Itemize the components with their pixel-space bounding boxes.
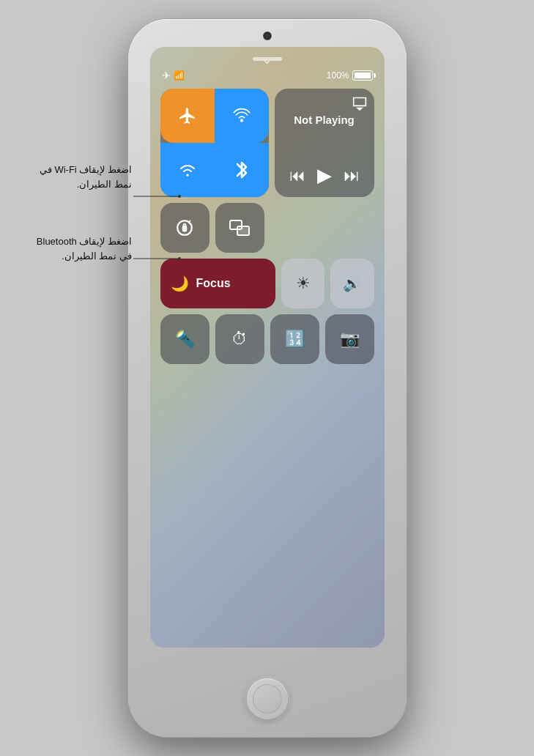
not-playing-label: Not Playing: [285, 114, 364, 126]
hotspot-icon: [232, 106, 251, 125]
camera-button[interactable]: 📷: [325, 314, 374, 364]
volume-button[interactable]: 🔊: [330, 259, 374, 308]
airplay-icon[interactable]: [352, 96, 367, 114]
empty-1: [270, 203, 319, 253]
screen: ✈ 📶 100%: [150, 47, 385, 648]
rewind-button[interactable]: ⏮: [289, 166, 305, 185]
forward-button[interactable]: ⏭: [344, 166, 360, 185]
control-center: ✈ 📶 100%: [150, 47, 385, 648]
connectivity-block: [160, 89, 269, 197]
focus-moon-icon: 🌙: [171, 275, 189, 292]
hotspot-button[interactable]: [215, 89, 269, 143]
svg-rect-6: [237, 226, 249, 235]
brightness-button[interactable]: ☀: [281, 259, 325, 308]
wifi-button[interactable]: [160, 143, 215, 197]
airplane-icon: [178, 106, 197, 125]
media-controls: ⏮ ▶ ⏭: [285, 164, 364, 187]
control-grid: Not Playing ⏮ ▶ ⏭: [150, 83, 385, 370]
timer-button[interactable]: ⏱: [215, 314, 264, 364]
timer-icon: ⏱: [231, 330, 248, 349]
battery-fill: [355, 73, 371, 78]
home-button-inner: [253, 684, 282, 714]
wifi-callout: اضغط لإيقاف Wi-Fi في نمط الطيران.: [26, 163, 132, 191]
front-camera: [264, 32, 271, 40]
wifi-callout-text: اضغط لإيقاف Wi-Fi في نمط الطيران.: [40, 164, 132, 190]
wifi-status-icon: 📶: [174, 70, 185, 81]
status-bar: ✈ 📶 100%: [150, 68, 385, 83]
airplay-svg: [352, 96, 367, 111]
bluetooth-callout: اضغط لإيقاف Bluetooth في نمط الطيران.: [26, 234, 132, 263]
battery-percentage: 100%: [327, 70, 349, 81]
row-1: Not Playing ⏮ ▶ ⏭: [160, 89, 374, 197]
bluetooth-icon: [234, 160, 249, 180]
chevron-handle[interactable]: [253, 57, 282, 61]
screen-mirror-button[interactable]: [215, 203, 264, 253]
play-button[interactable]: ▶: [317, 164, 332, 187]
status-right: 100%: [327, 70, 373, 81]
row-4: 🔦 ⏱ 🔢 📷: [160, 314, 374, 364]
calculator-button[interactable]: 🔢: [270, 314, 319, 364]
orientation-lock-icon: [175, 218, 194, 237]
bluetooth-callout-text: اضغط لإيقاف Bluetooth في نمط الطيران.: [37, 236, 132, 262]
brightness-icon: ☀: [296, 274, 311, 293]
focus-label: Focus: [196, 277, 231, 290]
media-block: Not Playing ⏮ ▶ ⏭: [275, 89, 374, 197]
phone-device: ✈ 📶 100%: [128, 19, 407, 737]
status-left: ✈ 📶: [162, 70, 185, 81]
row-2: [160, 203, 374, 253]
flashlight-icon: 🔦: [175, 330, 195, 349]
empty-2: [325, 203, 374, 253]
orientation-lock-button[interactable]: [160, 203, 209, 253]
calculator-icon: 🔢: [285, 330, 305, 349]
focus-button[interactable]: 🌙 Focus: [160, 259, 276, 308]
home-button[interactable]: [247, 678, 288, 719]
wifi-icon: [178, 162, 197, 178]
bluetooth-button[interactable]: [215, 143, 269, 197]
airplane-status-icon: ✈: [162, 70, 171, 81]
row-3: 🌙 Focus ☀ 🔊: [160, 259, 374, 308]
airplane-button[interactable]: [160, 89, 215, 143]
svg-point-1: [186, 174, 188, 177]
volume-icon: 🔊: [343, 275, 361, 292]
camera-icon: 📷: [340, 330, 360, 349]
svg-point-0: [240, 119, 242, 122]
flashlight-button[interactable]: 🔦: [160, 314, 209, 364]
battery-icon: [352, 70, 373, 81]
screen-mirror-icon: [229, 219, 250, 237]
